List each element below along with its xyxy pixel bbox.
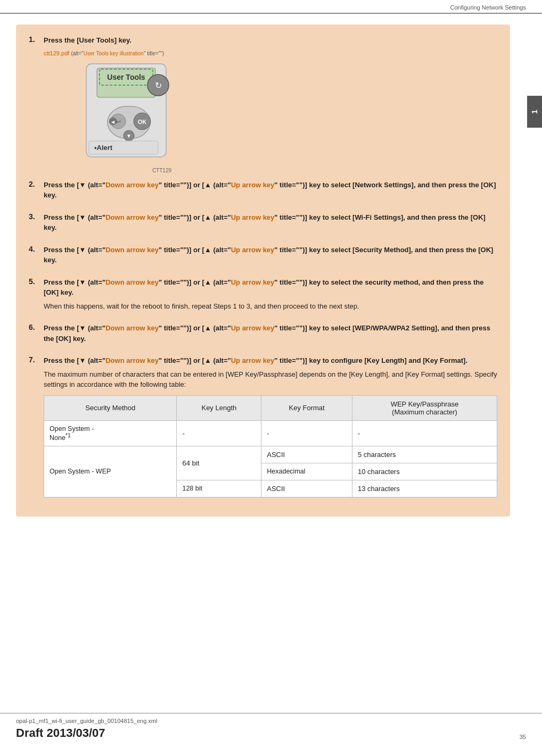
step-5: 5. Press the [▼ (alt="Down arrow key" ti… bbox=[29, 277, 497, 315]
step-2-text: Press the [▼ (alt="Down arrow key" title… bbox=[44, 180, 497, 201]
down-arrow-link-3[interactable]: Down arrow key bbox=[105, 213, 159, 221]
step-6-text: Press the [▼ (alt="Down arrow key" title… bbox=[44, 323, 497, 344]
image-label: CTT129 bbox=[54, 168, 171, 173]
cell-wep-3: 10 characters bbox=[352, 463, 497, 480]
up-arrow-link-5[interactable]: Up arrow key bbox=[231, 278, 275, 286]
up-arrow-link-6[interactable]: Up arrow key bbox=[231, 324, 275, 332]
svg-text:•Alert: •Alert bbox=[94, 144, 113, 152]
down-arrow-link-4[interactable]: Down arrow key bbox=[105, 246, 159, 254]
cell-key-length-4: 128 bit bbox=[177, 480, 261, 497]
step-4: 4. Press the [▼ (alt="Down arrow key" ti… bbox=[29, 245, 497, 269]
step-6: 6. Press the [▼ (alt="Down arrow key" ti… bbox=[29, 323, 497, 347]
cell-security-2: Open System - WEP bbox=[44, 446, 177, 497]
image-file-link[interactable]: ctt129.pdf bbox=[44, 50, 69, 56]
step-2-content: Press the [▼ (alt="Down arrow key" title… bbox=[44, 180, 497, 204]
step-7-note: The maximum number of characters that ca… bbox=[44, 369, 497, 390]
step-4-text: Press the [▼ (alt="Down arrow key" title… bbox=[44, 245, 497, 265]
cell-wep-4: 13 characters bbox=[352, 480, 497, 497]
step-3-number: 3. bbox=[29, 212, 44, 221]
image-alt-link: User Tools key illustration bbox=[84, 51, 144, 56]
draft-text: Draft 2013/03/07 bbox=[16, 726, 157, 740]
step-1-content: Press the [User Tools] key. ctt129.pdf (… bbox=[44, 35, 497, 171]
table-header-row: Security Method Key Length Key Format WE… bbox=[44, 395, 497, 420]
cell-key-format-1: - bbox=[261, 420, 352, 446]
up-arrow-link-3[interactable]: Up arrow key bbox=[231, 213, 275, 221]
key-format-table: Security Method Key Length Key Format WE… bbox=[44, 395, 497, 497]
step-5-note: When this happens, wait for the reboot t… bbox=[44, 301, 497, 312]
down-arrow-link-6[interactable]: Down arrow key bbox=[105, 324, 159, 332]
step-6-content: Press the [▼ (alt="Down arrow key" title… bbox=[44, 323, 497, 347]
step-1-number: 1. bbox=[29, 35, 44, 44]
step-2-number: 2. bbox=[29, 180, 44, 188]
step-3: 3. Press the [▼ (alt="Down arrow key" ti… bbox=[29, 212, 497, 236]
side-tab: 1 bbox=[527, 96, 542, 128]
up-arrow-link-4[interactable]: Up arrow key bbox=[231, 246, 275, 254]
footer-filename: opal-p1_mf1_wi-fi_user_guide_gb_00104815… bbox=[16, 718, 157, 740]
user-tools-illustration: User Tools ↻ OK bbox=[54, 59, 171, 165]
svg-text:◀: ◀ bbox=[111, 120, 115, 124]
up-arrow-link-2[interactable]: Up arrow key bbox=[231, 181, 275, 189]
image-attr: (alt="User Tools key illustration" title… bbox=[71, 51, 164, 56]
table-row: Open System - WEP 64 bit ASCII 5 charact… bbox=[44, 446, 497, 463]
step-4-content: Press the [▼ (alt="Down arrow key" title… bbox=[44, 245, 497, 269]
cell-key-length-2: 64 bit bbox=[177, 446, 261, 480]
step-3-content: Press the [▼ (alt="Down arrow key" title… bbox=[44, 212, 497, 236]
down-arrow-link-7[interactable]: Down arrow key bbox=[105, 356, 159, 364]
step-5-number: 5. bbox=[29, 277, 44, 286]
col-security-method: Security Method bbox=[44, 395, 177, 420]
cell-key-length-1: - bbox=[177, 420, 261, 446]
table-row: Open System -None*1 - - - bbox=[44, 420, 497, 446]
step-4-number: 4. bbox=[29, 245, 44, 253]
step-5-content: Press the [▼ (alt="Down arrow key" title… bbox=[44, 277, 497, 315]
down-arrow-link-5[interactable]: Down arrow key bbox=[105, 278, 159, 286]
up-arrow-link-7[interactable]: Up arrow key bbox=[231, 356, 275, 364]
main-content: 1. Press the [User Tools] key. ctt129.pd… bbox=[0, 14, 526, 527]
col-key-format: Key Format bbox=[261, 395, 352, 420]
svg-text:↻: ↻ bbox=[155, 81, 162, 90]
footer-page: 35 bbox=[520, 734, 526, 740]
step-3-text: Press the [▼ (alt="Down arrow key" title… bbox=[44, 212, 497, 233]
step-7-number: 7. bbox=[29, 355, 44, 364]
step-1-text: Press the [User Tools] key. bbox=[44, 35, 497, 46]
step-1: 1. Press the [User Tools] key. ctt129.pd… bbox=[29, 35, 497, 171]
down-arrow-link-2[interactable]: Down arrow key bbox=[105, 181, 159, 189]
step-6-number: 6. bbox=[29, 323, 44, 331]
step-2: 2. Press the [▼ (alt="Down arrow key" ti… bbox=[29, 180, 497, 204]
header-title: Configuring Network Settings bbox=[450, 4, 526, 11]
cell-key-format-2: ASCII bbox=[261, 446, 352, 463]
col-wep-key: WEP Key/Passphrase(Maximum character) bbox=[352, 395, 497, 420]
cell-key-format-3: Hexadecimal bbox=[261, 463, 352, 480]
cell-key-format-4: ASCII bbox=[261, 480, 352, 497]
svg-text:OK: OK bbox=[138, 119, 147, 125]
step-7-content: Press the [▼ (alt="Down arrow key" title… bbox=[44, 355, 497, 497]
cell-wep-2: 5 characters bbox=[352, 446, 497, 463]
step-5-text: Press the [▼ (alt="Down arrow key" title… bbox=[44, 277, 497, 298]
image-area: ctt129.pdf (alt="User Tools key illustra… bbox=[44, 50, 497, 165]
page-footer: opal-p1_mf1_wi-fi_user_guide_gb_00104815… bbox=[0, 713, 542, 740]
page-header: Configuring Network Settings bbox=[0, 0, 542, 14]
step-7: 7. Press the [▼ (alt="Down arrow key" ti… bbox=[29, 355, 497, 497]
svg-text:User Tools: User Tools bbox=[107, 73, 145, 81]
step-list: 1. Press the [User Tools] key. ctt129.pd… bbox=[29, 35, 497, 497]
col-key-length: Key Length bbox=[177, 395, 261, 420]
content-box: 1. Press the [User Tools] key. ctt129.pd… bbox=[16, 24, 510, 517]
cell-wep-1: - bbox=[352, 420, 497, 446]
cell-security-1: Open System -None*1 bbox=[44, 420, 177, 446]
image-caption: ctt129.pdf (alt="User Tools key illustra… bbox=[44, 50, 497, 56]
svg-text:▼: ▼ bbox=[126, 133, 132, 139]
step-7-text: Press the [▼ (alt="Down arrow key" title… bbox=[44, 355, 497, 366]
